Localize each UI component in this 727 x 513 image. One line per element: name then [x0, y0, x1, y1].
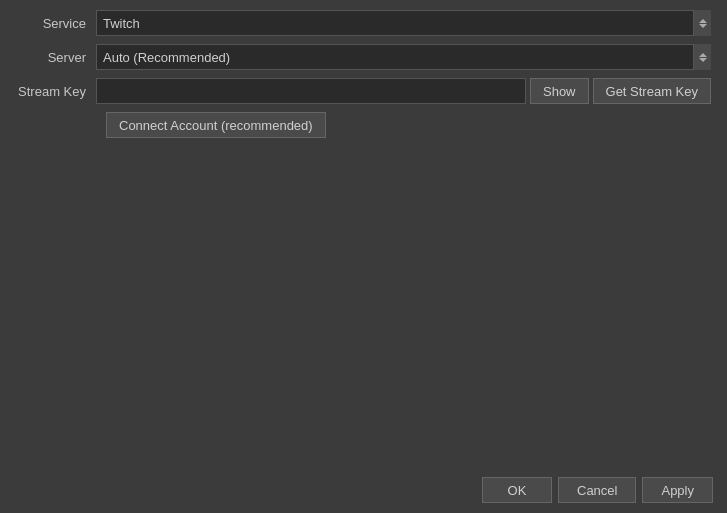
connect-account-row: Connect Account (recommended): [16, 112, 711, 138]
server-select[interactable]: Auto (Recommended): [96, 44, 711, 70]
service-row: Service Twitch: [16, 10, 711, 36]
connect-account-button[interactable]: Connect Account (recommended): [106, 112, 326, 138]
service-label: Service: [16, 16, 96, 31]
footer: OK Cancel Apply: [468, 467, 727, 513]
cancel-button[interactable]: Cancel: [558, 477, 636, 503]
server-select-wrapper[interactable]: Auto (Recommended): [96, 44, 711, 70]
server-label: Server: [16, 50, 96, 65]
service-select-wrapper[interactable]: Twitch: [96, 10, 711, 36]
server-row: Server Auto (Recommended): [16, 44, 711, 70]
stream-key-input[interactable]: [96, 78, 526, 104]
get-stream-key-button[interactable]: Get Stream Key: [593, 78, 711, 104]
ok-button[interactable]: OK: [482, 477, 552, 503]
stream-key-label: Stream Key: [16, 84, 96, 99]
service-select[interactable]: Twitch: [96, 10, 711, 36]
show-button[interactable]: Show: [530, 78, 589, 104]
stream-key-row: Stream Key Show Get Stream Key: [16, 78, 711, 104]
apply-button[interactable]: Apply: [642, 477, 713, 503]
